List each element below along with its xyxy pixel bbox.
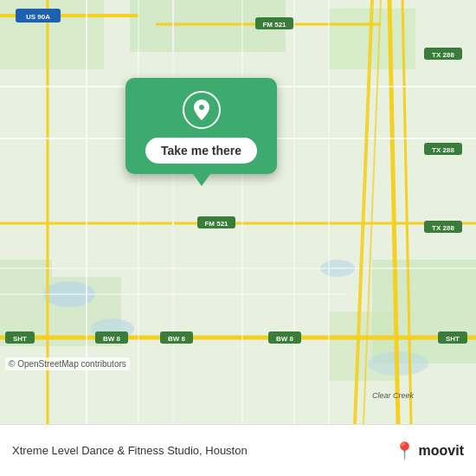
bottom-bar: Xtreme Level Dance & Fitness Studio, Hou… [0, 424, 476, 476]
svg-text:TX 288: TX 288 [432, 146, 454, 154]
copyright-text: © OpenStreetMap contributors [5, 357, 130, 370]
svg-text:US 90A: US 90A [26, 13, 50, 21]
moovit-logo: 📍 moovit [394, 441, 464, 461]
popup-card: Take me there [125, 78, 277, 174]
svg-text:BW 8: BW 8 [168, 335, 186, 343]
map-container: US 90A FM 521 TX 288 TX 288 TX 288 FM 52… [0, 0, 476, 424]
location-pin-icon [183, 91, 221, 129]
svg-text:SHT: SHT [446, 335, 460, 343]
svg-text:SHT: SHT [13, 335, 27, 343]
svg-text:TX 288: TX 288 [432, 224, 454, 232]
moovit-pin-icon: 📍 [394, 441, 415, 461]
svg-text:Clear Creek: Clear Creek [372, 391, 415, 400]
location-label: Xtreme Level Dance & Fitness Studio, Hou… [12, 444, 387, 457]
svg-text:BW 8: BW 8 [103, 335, 121, 343]
svg-text:FM 521: FM 521 [262, 21, 286, 29]
svg-text:FM 521: FM 521 [204, 220, 228, 228]
take-me-there-button[interactable]: Take me there [145, 138, 257, 164]
moovit-brand-label: moovit [419, 443, 464, 459]
svg-text:BW 8: BW 8 [276, 335, 294, 343]
svg-text:TX 288: TX 288 [432, 51, 454, 59]
